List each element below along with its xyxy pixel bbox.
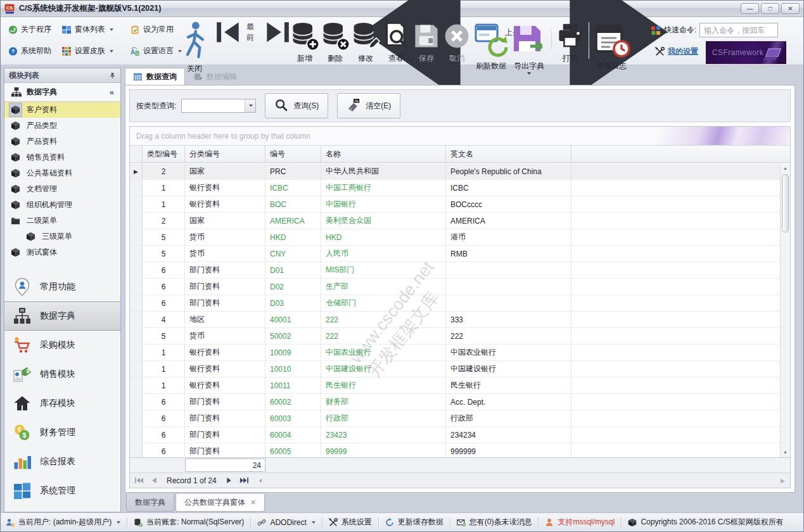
toolbar-button-查看[interactable]: 查看: [381, 20, 411, 64]
cell: 1: [143, 377, 185, 394]
select-dropdown-button[interactable]: [245, 99, 255, 112]
table-row[interactable]: 1银行资料10011民生银行民生银行: [130, 377, 790, 394]
table-row[interactable]: 1银行资料ICBC中国工商银行ICBC: [130, 180, 790, 196]
cell: 6: [143, 279, 185, 295]
sidebar-item-文档管理[interactable]: 文档管理: [4, 181, 120, 197]
column-header-编号[interactable]: 编号: [265, 146, 321, 162]
column-header-名称[interactable]: 名称: [321, 146, 446, 162]
status-item[interactable]: 当前账套: Normal(SqlServer): [134, 517, 244, 528]
folder-icon: [11, 216, 20, 225]
toolbar-button-系统帮助[interactable]: ?系统帮助: [4, 44, 55, 58]
next-record-button[interactable]: [225, 477, 234, 484]
main-toolbar: 关于程序窗体列表设为常用 ?系统帮助设置皮肤AB设置语言 关闭 最前最后上条下条…: [1, 17, 803, 65]
cell: 部门资料: [185, 443, 265, 457]
column-header-类型编号[interactable]: 类型编号: [143, 146, 185, 162]
close-form-button[interactable]: 关闭: [181, 21, 208, 60]
nav-button-最前[interactable]: 最前: [215, 20, 254, 44]
close-button[interactable]: ✕: [781, 3, 800, 14]
toolbar-button-设置皮肤[interactable]: 设置皮肤: [58, 44, 124, 58]
cell: 999999: [446, 443, 571, 457]
table-row[interactable]: 5货币50002222222: [130, 328, 790, 345]
status-item[interactable]: 更新缓存数据: [385, 517, 443, 528]
table-row[interactable]: 6部门资料D03仓储部门: [130, 295, 790, 312]
table-row[interactable]: 1银行资料10009中国农业银行中国农业银行: [130, 345, 790, 361]
table-row[interactable]: 6部门资料6000599999999999: [130, 443, 790, 457]
group-by-panel[interactable]: Drag a column header here to group by th…: [130, 127, 790, 146]
vertical-scrollbar[interactable]: ▲ ▼: [780, 163, 790, 457]
tab-数据查询[interactable]: 数据查询: [125, 68, 185, 86]
clear-button[interactable]: Aa 清空(E): [337, 93, 400, 118]
doc-tab-公共数据字典窗体[interactable]: 公共数据字典窗体✕: [175, 494, 265, 512]
status-item-label: ADODirect: [270, 518, 306, 527]
toolbar-button-查看日志[interactable]: 查看日志: [592, 20, 630, 72]
column-header-分类编号[interactable]: 分类编号: [185, 146, 265, 162]
table-row[interactable]: 2国家AMERICA美利坚合众国AMERICA: [130, 213, 790, 229]
first-record-button[interactable]: [135, 477, 144, 484]
toolbar-button-设为常用[interactable]: 设为常用: [126, 22, 187, 37]
search-button[interactable]: 查询(S): [265, 93, 328, 118]
dictionary-panel-caption[interactable]: 数据字典 «: [4, 83, 120, 102]
toolbar-button-打印[interactable]: 打印: [555, 20, 585, 64]
toolbar-button-新增[interactable]: 新增: [290, 20, 320, 64]
module-item-销售模块[interactable]: $销售模块: [4, 360, 120, 389]
type-select[interactable]: [181, 99, 256, 113]
table-row[interactable]: 5货币HKDHKD港币: [130, 229, 790, 246]
scroll-thumb[interactable]: [782, 174, 789, 232]
module-item-系统管理[interactable]: 系统管理: [4, 476, 120, 505]
toolbar-button-删除[interactable]: 删除: [320, 20, 350, 64]
toolbar-button-导出字典[interactable]: 导出字典: [510, 20, 548, 75]
doc-tab-数据字典[interactable]: 数据字典: [126, 494, 174, 512]
table-row[interactable]: 6部门资料60003行政部行政部: [130, 410, 790, 427]
collapse-icon[interactable]: «: [110, 87, 114, 97]
close-tab-icon[interactable]: ✕: [250, 498, 256, 507]
last-record-button[interactable]: [239, 477, 248, 484]
quick-command-input[interactable]: [699, 23, 778, 37]
status-item[interactable]: 系统设置: [329, 517, 372, 528]
maximize-button[interactable]: □: [761, 3, 779, 14]
sidebar-item-二级菜单[interactable]: 二级菜单: [4, 213, 120, 229]
module-item-数据字典[interactable]: 数据字典: [4, 301, 120, 331]
table-row[interactable]: 1银行资料10010中国建设银行中国建设银行: [130, 361, 790, 377]
module-item-采购模块[interactable]: 采购模块: [4, 331, 120, 360]
table-row[interactable]: ▶2国家PRC中华人民共和国People's Republic of China: [130, 163, 790, 180]
status-item[interactable]: Copyrights 2006-2016 C/S框架网版权所有: [628, 517, 783, 528]
toolbar-button-刷新数据[interactable]: 刷新数据: [472, 20, 510, 72]
scroll-right-icon[interactable]: ▶: [781, 478, 785, 484]
scroll-down-icon[interactable]: ▼: [781, 448, 790, 457]
status-item[interactable]: 当前用户: (admin-超级用户): [6, 517, 120, 528]
module-item-综合报表[interactable]: 综合报表: [4, 447, 120, 476]
cell: 10011: [265, 377, 321, 394]
module-item-财务管理[interactable]: €$财务管理: [4, 418, 120, 447]
prev-record-button[interactable]: [150, 477, 158, 484]
sidebar-item-销售员资料[interactable]: 销售员资料: [4, 149, 120, 165]
table-row[interactable]: 4地区40001222333: [130, 312, 790, 328]
column-header-英文名[interactable]: 英文名: [446, 146, 571, 162]
table-row[interactable]: 1银行资料BOC中国银行BOCcccc: [130, 196, 790, 213]
toolbar-button-设置语言[interactable]: AB设置语言: [126, 44, 187, 58]
toolbar-button-修改[interactable]: 修改: [350, 20, 381, 64]
status-item[interactable]: 支持mssql/mysql: [545, 517, 615, 528]
sidebar-item-产品资料[interactable]: 产品资料: [4, 134, 120, 149]
table-row[interactable]: 5货币CNY人民币RMB: [130, 246, 790, 262]
sidebar-item-三级菜单[interactable]: 三级菜单: [4, 229, 120, 244]
module-item-常用功能[interactable]: 常用功能: [4, 272, 120, 301]
toolbar-button-关于程序[interactable]: 关于程序: [4, 22, 55, 37]
sidebar-item-组织机构管理[interactable]: 组织机构管理: [4, 197, 120, 213]
table-row[interactable]: 6部门资料D01MIS部门: [130, 262, 790, 279]
table-row[interactable]: 6部门资料D02生产部: [130, 279, 790, 295]
status-item[interactable]: 您有(0)条未读消息: [457, 517, 532, 528]
table-row[interactable]: 6部门资料60002财务部Acc. Dept.: [130, 394, 790, 410]
scroll-up-icon[interactable]: ▲: [781, 163, 790, 173]
minimize-button[interactable]: —: [741, 3, 759, 14]
sidebar-item-测试窗体[interactable]: 测试窗体: [4, 244, 120, 260]
status-item[interactable]: ADODirect: [257, 518, 315, 527]
sidebar-item-产品类型[interactable]: 产品类型: [4, 118, 120, 134]
module-item-库存模块[interactable]: 库存模块: [4, 389, 120, 418]
sidebar-item-客户资料[interactable]: 客户资料: [4, 102, 120, 118]
cube-icon: [11, 105, 20, 115]
table-row[interactable]: 6部门资料6000423423234234: [130, 427, 790, 443]
sidebar-item-公共基础资料[interactable]: 公共基础资料: [4, 165, 120, 181]
toolbar-button-窗体列表[interactable]: 窗体列表: [58, 22, 124, 37]
scroll-left-icon[interactable]: [258, 478, 263, 483]
my-settings-link[interactable]: 我的设置: [668, 46, 698, 57]
